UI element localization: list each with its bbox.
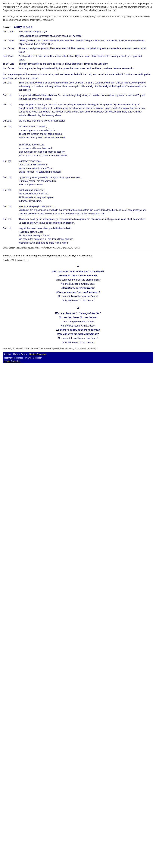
text-6: What a grace, by the precious blood, by … — [19, 67, 135, 70]
speaker2-8: Oh Lord, — [3, 205, 19, 208]
speaker2-9: Oh Lord, — [3, 217, 19, 221]
prayer-row2-7: Oh Lord,thank you and praise you. the ne… — [3, 188, 153, 203]
footer-link-testimony[interactable]: Testimony Messages — [4, 356, 23, 359]
prayer-row2-5: Oh Lord,loudly we praise Thee. Praise Go… — [3, 159, 153, 174]
text2-10: may all the saved ones follow you faithf… — [19, 227, 73, 245]
hymn-verses-2: Who can lead me to the way of the life? … — [3, 311, 153, 345]
hymn-number-2: 2 — [3, 306, 153, 310]
hymn-v2-3: No one but Jesus! Christ Jesus! — [3, 324, 153, 328]
hymn-note: Note: English translation from the words… — [3, 347, 153, 350]
text-1: Please listen to the confession of a per… — [19, 34, 82, 38]
prayer-block1: Lord we praise you, at the moment of our… — [3, 72, 153, 80]
prayer-row2-0: Oh Lord,Thy Spirit has revealed to us th… — [3, 81, 153, 92]
text2-6: by the falling snow you remind us again … — [19, 176, 82, 187]
prayer-row2-3: Oh Lord,We are filled with thanks to you… — [3, 119, 153, 123]
hymn-v2-6: No one but Jesus! No one but Jesus! — [3, 336, 153, 340]
prayer-row-6: Lord Jesus,What a grace, by the precious… — [3, 67, 153, 71]
hymn-v2-2: Who can give me eternal joy? — [3, 319, 153, 324]
prayer-rows-1: Lord Jesus,we thank you and praise you. … — [3, 30, 153, 71]
text2-9: Thank You Lord, by the falling snow, you… — [19, 217, 147, 225]
prayer-row2-8: Oh Lord,we can not help crying in thanks… — [3, 205, 153, 216]
text2-7: thank you and praise you. the new techno… — [19, 188, 54, 203]
text2-3: We are filled with thanks to you in much… — [19, 119, 65, 123]
speaker2-7: Oh Lord, — [3, 188, 19, 192]
speaker2-4: Oh Lord, — [3, 125, 19, 128]
speaker-3: Lord Jesus, — [3, 47, 19, 50]
footer-link-mission-statement[interactable]: Mission Statement — [29, 353, 46, 355]
prayer-row2-4: Oh Lord,the loud sound of cold wind, can… — [3, 125, 153, 157]
prayer-row-5: Thank LordThrough Thy wondrous and glori… — [3, 62, 153, 66]
hymn-v2-1: No one but Jesus No one but He! — [3, 315, 153, 319]
speaker-0: Lord Jesus, — [3, 30, 19, 34]
speaker-5: Thank Lord — [3, 62, 19, 66]
text-5: Through Thy wondrous and glorious cross,… — [19, 62, 108, 66]
text-0: we thank you and praise you. — [19, 30, 48, 34]
footer-link-ministry-prayer[interactable]: Ministry Prayer — [13, 353, 27, 355]
prayer-row2-1: Oh Lord,you yourself will lead all the c… — [3, 94, 153, 101]
prayer-row2-6: Oh Lord,by the falling snow you remind u… — [3, 176, 153, 187]
intro-para2: For many years, Sister Esther Aiguang Wa… — [3, 15, 153, 22]
prayer-row-0: Lord Jesus,we thank you and praise you. — [3, 30, 153, 34]
hymn-number-1: 1 — [3, 264, 153, 268]
text2-8: we can not help crying in thanks:..... Y… — [19, 205, 147, 216]
footer-bar-3: Hymns Collection — [3, 360, 153, 363]
prayer-section: Prayer: Glory to God Lord Jesus,we thank… — [3, 25, 153, 249]
prayer-title: Glory to God — [14, 25, 32, 28]
hymn-v2-4: No more in death, no more in sorrow! — [3, 328, 153, 332]
speaker-4: Dear God, — [3, 55, 19, 58]
footer-link-a-letter[interactable]: A Letter — [4, 353, 11, 355]
text2-1: you yourself will lead all the children … — [19, 94, 147, 101]
hymn-v2-0: Who can lead me to the way of the life? — [3, 311, 153, 315]
attribution: Sister Esther Aiguang Wang prayed in acc… — [3, 247, 153, 249]
hymn-v1-1: No one but Jesus, No one but He! — [3, 274, 153, 278]
footer-bar-2: Testimony Messages Prayers Collection — [3, 356, 153, 360]
footer-link-prayers[interactable]: Prayers Collection — [25, 356, 42, 359]
hymn-v1-5: Who can save me from such torment ? — [3, 290, 153, 294]
prayer-row-4: Dear God,As Thy children all over the wo… — [3, 55, 153, 62]
speaker2-2: Oh Lord, — [3, 103, 19, 106]
prayer-row2-2: Oh Lord,we praise you and thank you. We … — [3, 103, 153, 117]
footer-bar-1: A Letter Ministry Prayer Mission Stateme… — [3, 352, 153, 356]
speaker-2: Lord Jesus, — [3, 39, 19, 42]
footer-link-hymns[interactable]: Hymns Collection — [4, 360, 20, 362]
speaker2-5: Oh Lord, — [3, 159, 19, 163]
prayer-label: Prayer: — [3, 26, 11, 28]
hymn-intro: Brothers and sisters, let us sing togeth… — [3, 254, 153, 258]
hymn-v1-7: Only My Jesus ! Christ Jesus! — [3, 299, 153, 303]
hymn-section: Brothers and sisters, let us sing togeth… — [3, 254, 153, 350]
text-3: Thank you and praise you that Thou never… — [19, 47, 147, 54]
text2-0: Thy Spirit has revealed to us that our r… — [19, 81, 147, 92]
hymn-v1-4: Eternal fire, not dying worm! — [3, 286, 153, 290]
hymn-v2-7: Only My Jesus ! Christ Jesus! — [3, 340, 153, 345]
text-4: As Thy children all over the world remem… — [19, 55, 147, 62]
prayer-row-1: Please listen to the confession of a per… — [3, 34, 153, 38]
prayer-row2-9: Oh Lord,Thank You Lord, by the falling s… — [3, 217, 153, 225]
hymn-v1-2: Who can save me from the eternal pain? — [3, 278, 153, 282]
divider-1 — [3, 251, 153, 251]
text-2: I know you like to hear confessions of a… — [19, 39, 147, 46]
speaker2-10: Oh Lord, — [3, 227, 19, 230]
prayer-row-2: Lord Jesus,I know you like to hear confe… — [3, 39, 153, 46]
intro-para1: This is a praising,thanking,encouraging … — [3, 2, 153, 12]
speaker-1 — [3, 34, 19, 38]
speaker2-3: Oh Lord, — [3, 119, 19, 123]
prayer-header: Prayer: Glory to God — [3, 25, 153, 29]
text2-4: the loud sound of cold wind, can not sup… — [19, 125, 67, 157]
text2-5: loudly we praise Thee. Praise God in His… — [19, 159, 61, 174]
hymn-v1-0: Who can save me from the way of the deat… — [3, 270, 153, 274]
hymn-verses-1: Who can save me from the way of the deat… — [3, 270, 153, 303]
text2-2: we praise you and thank you. We praise y… — [19, 103, 147, 117]
hymn-v1-6: No one but Jesus! No one but Jesus! — [3, 294, 153, 299]
prayer-rows-2: Oh Lord,Thy Spirit has revealed to us th… — [3, 81, 153, 245]
hymn-composer: Brother Watchman Nee — [3, 258, 153, 262]
speaker2-0: Oh Lord, — [3, 81, 19, 85]
prayer-row2-10: Oh Lord,may all the saved ones follow yo… — [3, 227, 153, 245]
hymn-v1-3: No one but Jesus! Christ Jesus! — [3, 282, 153, 286]
speaker-6: Lord Jesus, — [3, 67, 19, 70]
intro-section: This is a praising,thanking,encouraging … — [3, 2, 153, 22]
hymn-v2-5: Who can give me such abundance? — [3, 332, 153, 336]
prayer-row-3: Lord Jesus,Thank you and praise you that… — [3, 47, 153, 54]
speaker2-1: Oh Lord, — [3, 94, 19, 97]
speaker2-6: Oh Lord, — [3, 176, 19, 179]
